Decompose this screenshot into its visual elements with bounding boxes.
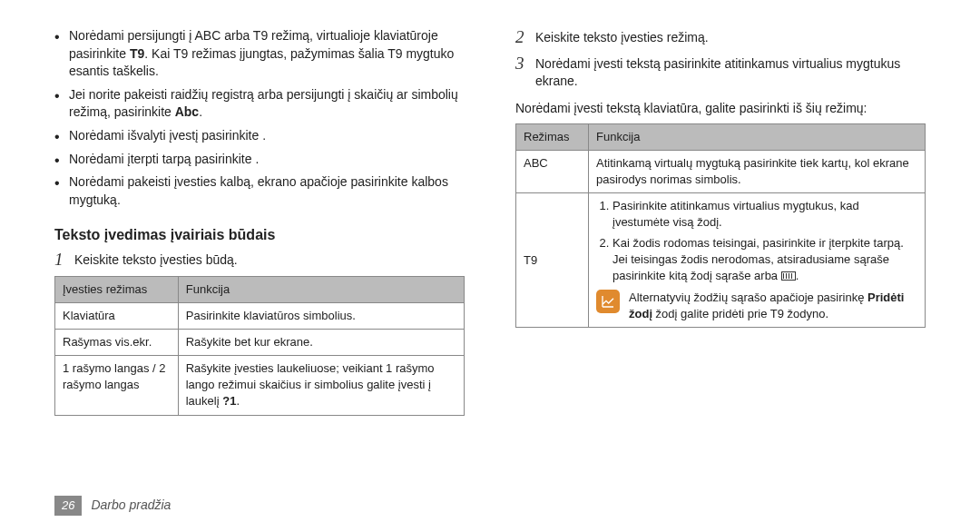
table-cell: Atitinkamą virtualų mygtuką pasirinkite …: [589, 150, 926, 192]
list-item: Kai žodis rodomas teisingai, pasirinkite…: [612, 235, 917, 285]
section-name: Darbo pradžia: [91, 497, 171, 515]
bullet-list-left: Norėdami persijungti į ABC arba T9 režim…: [54, 27, 465, 209]
step-1: 1 Keiskite teksto įvesties būdą.: [54, 250, 465, 271]
footer: 26 Darbo pradžia: [54, 496, 171, 516]
input-mode-table: Įvesties režimas Funkcija Klaviatūra Pas…: [54, 276, 465, 416]
table-cell: Rašymas vis.ekr.: [55, 329, 179, 355]
table-cell: Rašykite įvesties laukeliuose; veikiant …: [178, 356, 464, 416]
section-heading: Teksto įvedimas įvairiais būdais: [54, 225, 465, 245]
table-header: Funkcija: [178, 276, 464, 302]
page-number: 26: [54, 496, 82, 516]
step-number: 3: [515, 54, 535, 91]
list-item: Norėdami įterpti tarpą pasirinkite .: [54, 151, 465, 169]
table-cell: ABC: [516, 150, 589, 192]
table-header: Funkcija: [589, 123, 926, 150]
step-text: Keiskite teksto įvesties režimą.: [535, 27, 709, 48]
table-cell: Rašykite bet kur ekrane.: [178, 329, 464, 355]
list-item: Norėdami pakeisti įvesties kalbą, ekrano…: [54, 173, 465, 209]
table-cell: 1 rašymo langas / 2 rašymo langas: [55, 356, 179, 416]
step-text: Norėdami įvesti tekstą pasirinkite atiti…: [535, 54, 926, 91]
table-cell: Pasirinkite atitinkamus virtualius mygtu…: [589, 193, 926, 328]
keyboard-icon: [781, 271, 796, 281]
list-item: Jei norite pakeisti raidžių registrą arb…: [54, 86, 465, 122]
table-cell: T9: [516, 193, 589, 328]
table-cell: Klaviatūra: [55, 302, 179, 329]
note-box: Alternatyvių žodžių sąrašo apačioje pasi…: [596, 290, 917, 322]
table-header: Režimas: [516, 123, 589, 150]
step-text: Keiskite teksto įvesties būdą.: [74, 250, 238, 271]
step-number: 2: [515, 27, 535, 48]
paragraph: Norėdami įvesti tekstą klaviatūra, galit…: [515, 100, 926, 118]
step-3: 3 Norėdami įvesti tekstą pasirinkite ati…: [515, 54, 926, 91]
table-header: Įvesties režimas: [55, 276, 179, 302]
step-number: 1: [54, 250, 74, 271]
list-item: Norėdami išvalyti įvestį pasirinkite .: [54, 127, 465, 145]
right-column: 2 Keiskite teksto įvesties režimą. 3 Nor…: [515, 27, 926, 416]
note-icon: [596, 290, 620, 313]
step-2: 2 Keiskite teksto įvesties režimą.: [515, 27, 926, 48]
list-item: Norėdami persijungti į ABC arba T9 režim…: [54, 27, 465, 81]
list-item: Pasirinkite atitinkamus virtualius mygtu…: [612, 198, 917, 231]
note-text: Alternatyvių žodžių sąrašo apačioje pasi…: [629, 290, 917, 322]
mode-table: Režimas Funkcija ABC Atitinkamą virtualų…: [515, 123, 926, 329]
left-column: Norėdami persijungti į ABC arba T9 režim…: [54, 27, 465, 416]
table-cell: Pasirinkite klaviatūros simbolius.: [178, 302, 464, 329]
